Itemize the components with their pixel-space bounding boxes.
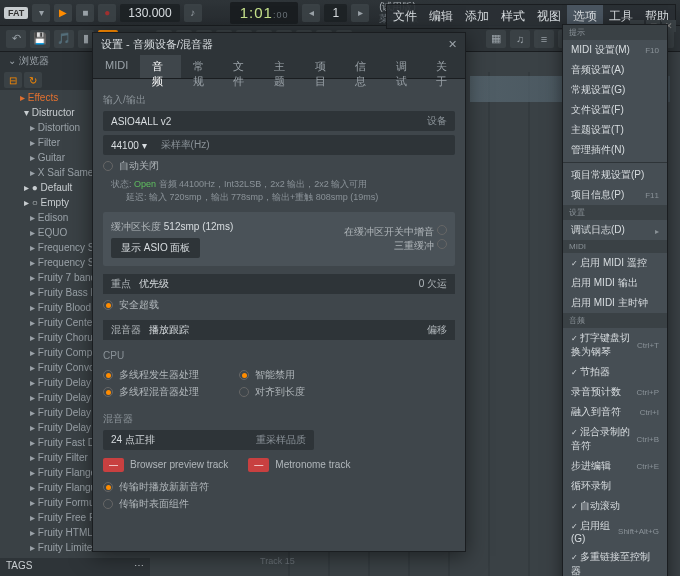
time-main: 1:01 [240,4,273,21]
mixer-row[interactable]: 混音器 播放跟踪 偏移 [103,320,455,340]
menu-item[interactable]: 主题设置(T) [563,120,667,140]
metronome-track-label: Metronome track [275,459,350,470]
menu-item[interactable]: 文件设置(F) [563,100,667,120]
tab-信息[interactable]: 信息 [343,55,384,78]
menu-item[interactable]: 混合录制的音符Ctrl+B [563,422,667,456]
menu-item[interactable]: 启用 MIDI 主时钟 [563,293,667,313]
play2-label: 传输时表面组件 [119,497,189,511]
tags-label: TAGS [6,560,32,574]
play-icon[interactable]: ▶ [54,4,72,22]
bitdepth-field[interactable]: 24 点正排 重采样品质 [103,430,314,450]
menu-item[interactable]: 常规设置(G) [563,80,667,100]
device-field[interactable]: ASIO4ALL v2 设备 [103,111,455,131]
tab-关于[interactable]: 关于 [424,55,465,78]
asio-panel-button[interactable]: 显示 ASIO 面板 [111,238,200,258]
tab-项目[interactable]: 项目 [303,55,344,78]
menu-item[interactable]: 启用组(G)Shift+Alt+G [563,516,667,547]
menu-item[interactable]: 项目常规设置(P) [563,165,667,185]
underruns-value: 0 [419,278,425,289]
menu-编辑[interactable]: 编辑 [423,5,459,28]
cpu-section-label: CPU [103,350,455,361]
tab-MIDI[interactable]: MIDI [93,55,140,78]
pattern-number[interactable]: 1 [324,4,347,22]
cpu-opt2[interactable]: 多线程混音器处理 [103,385,199,399]
cpu1-label: 多线程发生器处理 [119,368,199,382]
undo-icon[interactable]: ↶ [6,30,26,48]
buffer-row: 缓冲区长度 512smp (12ms) 显示 ASIO 面板 在缓冲区开关中增音… [103,212,455,266]
tab-调试[interactable]: 调试 [384,55,425,78]
view-pianoroll-icon[interactable]: ♫ [510,30,530,48]
menu-icon[interactable]: ▾ [32,4,50,22]
buffer-switch-radio[interactable] [437,225,447,235]
menu-item[interactable]: 循环录制 [563,476,667,496]
cpu-opt3[interactable]: 智能禁用 [239,368,305,382]
render-icon[interactable]: 🎵 [54,30,74,48]
browser-collapse-icon[interactable]: ⊟ [4,72,22,88]
menu-item[interactable]: 管理插件(N) [563,140,667,160]
status-row: 状态: Open 音频 44100Hz，Int32LSB，2x2 输出，2x2 … [103,176,455,206]
dialog-tabs: MIDI音频常规文件主题项目信息调试关于 [93,55,465,79]
play-opt1[interactable]: 传输时播放新新音符 [103,480,455,494]
underruns-label: 欠运 [427,278,447,289]
samplerate-value: 44100 [111,140,139,151]
menu-item[interactable]: 项目信息(P)F11 [563,185,667,205]
record-icon[interactable]: ● [98,4,116,22]
settings-dialog: 设置 - 音频设备/混音器 ✕ MIDI音频常规文件主题项目信息调试关于 输入/… [92,32,466,552]
save-icon[interactable]: 💾 [30,30,50,48]
menu-item[interactable]: 启用 MIDI 输出 [563,273,667,293]
samplerate-label: 采样率(Hz) [161,138,210,152]
menu-item[interactable]: 录音预计数Ctrl+P [563,382,667,402]
next-pattern[interactable]: ▸ [351,4,369,22]
stop-icon[interactable]: ■ [76,4,94,22]
safeover-row[interactable]: 安全超载 [103,298,455,312]
cpu-opt1[interactable]: 多线程发生器处理 [103,368,199,382]
tags-menu-icon[interactable]: ⋯ [134,560,144,574]
menu-item[interactable]: 融入到音符Ctrl+I [563,402,667,422]
browser-refresh-icon[interactable]: ↻ [24,72,42,88]
browser-title: 浏览器 [19,55,49,66]
menu-样式[interactable]: 样式 [495,5,531,28]
dialog-body: 输入/输出 ASIO4ALL v2 设备 44100 ▾ 采样率(Hz) 自动关… [93,79,465,522]
menu-item[interactable]: 调试日志(D) [563,220,667,240]
menu-item[interactable]: 节拍器 [563,362,667,382]
time-display[interactable]: 1:01:00 [230,2,299,24]
menu-item[interactable]: 启用 MIDI 遥控 [563,253,667,273]
io-section-label: 输入/输出 [103,93,455,107]
menu-item[interactable]: 多重链接至控制器 [563,547,667,576]
metronome-track-chip[interactable]: —Metronome track [248,458,350,472]
cpu-opt4[interactable]: 对齐到长度 [239,385,305,399]
menu-item[interactable]: 步进编辑Ctrl+E [563,456,667,476]
tab-主题[interactable]: 主题 [262,55,303,78]
dialog-close-icon[interactable]: ✕ [448,38,457,51]
resample-label: 重采样品质 [256,433,306,447]
dialog-titlebar[interactable]: 设置 - 音频设备/混音器 ✕ [93,33,465,55]
browser-track-chip[interactable]: —Browser preview track [103,458,228,472]
triple-buffer-label: 三重缓冲 [394,240,434,251]
priority-value: 优先级 [139,278,169,289]
menu-item[interactable]: 自动滚动 [563,496,667,516]
bitdepth-value: 24 点正排 [111,433,155,447]
tab-常规[interactable]: 常规 [181,55,222,78]
autoclose-row[interactable]: 自动关闭 [103,159,455,173]
menu-group: 音频 [563,313,667,328]
view-playlist-icon[interactable]: ▦ [486,30,506,48]
tab-文件[interactable]: 文件 [221,55,262,78]
menu-item[interactable]: 打字键盘切换为钢琴Ctrl+T [563,328,667,362]
device-label: 设备 [427,114,447,128]
samplerate-field[interactable]: 44100 ▾ 采样率(Hz) [103,135,455,155]
triple-buffer-radio[interactable] [437,239,447,249]
play-opt2[interactable]: 传输时表面组件 [103,497,455,511]
menu-添加[interactable]: 添加 [459,5,495,28]
priority-row[interactable]: 重点 优先级 0 欠运 [103,274,455,294]
tempo-display[interactable]: 130.000 [120,4,179,22]
menu-item[interactable]: 音频设置(A) [563,60,667,80]
buffer-switch-label: 在缓冲区开关中增音 [344,226,434,237]
device-name: ASIO4ALL v2 [111,116,171,127]
prev-pattern[interactable]: ◂ [302,4,320,22]
tab-音频[interactable]: 音频 [140,55,181,78]
menu-item[interactable]: MIDI 设置(M)F10 [563,40,667,60]
menu-文件[interactable]: 文件 [387,5,423,28]
tags-bar[interactable]: TAGS ⋯ [0,558,150,576]
view-channelrack-icon[interactable]: ≡ [534,30,554,48]
pat-song-icon[interactable]: ♪ [184,4,202,22]
